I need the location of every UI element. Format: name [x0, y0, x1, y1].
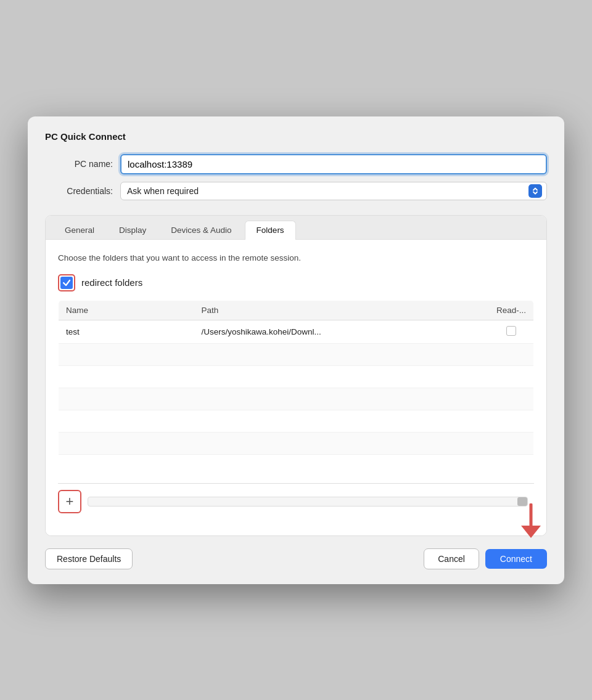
- pc-name-input[interactable]: [120, 154, 547, 174]
- plus-icon: +: [66, 495, 74, 508]
- tab-devices-audio[interactable]: Devices & Audio: [159, 221, 243, 239]
- redirect-folders-label: redirect folders: [81, 277, 142, 288]
- table-empty-row-1: [59, 343, 534, 365]
- tabs-bar: General Display Devices & Audio Folders: [46, 216, 546, 240]
- col-name: Name: [59, 300, 194, 320]
- restore-defaults-button[interactable]: Restore Defaults: [45, 548, 133, 569]
- add-folder-button[interactable]: +: [58, 490, 81, 513]
- scrollbar-thumb[interactable]: [517, 497, 527, 506]
- redirect-row: redirect folders: [58, 274, 534, 291]
- tab-folders[interactable]: Folders: [245, 221, 296, 240]
- table-empty-row-3: [59, 388, 534, 410]
- tabs-section: General Display Devices & Audio Folders …: [45, 215, 547, 536]
- table-empty-row-4: [59, 410, 534, 432]
- tab-general[interactable]: General: [53, 221, 106, 239]
- pc-name-row: PC name:: [45, 154, 547, 174]
- table-empty-row-5: [59, 432, 534, 454]
- checkbox-checked-icon: [60, 277, 73, 289]
- folder-path: /Users/yoshikawa.kohei/Downl...: [194, 320, 489, 343]
- folder-readonly[interactable]: [489, 320, 534, 343]
- credentials-row: Credentials: Ask when required Add User …: [45, 182, 547, 200]
- tab-display[interactable]: Display: [107, 221, 158, 239]
- credentials-label: Credentials:: [45, 186, 113, 196]
- table-row: test /Users/yoshikawa.kohei/Downl...: [59, 320, 534, 343]
- credentials-select-wrapper: Ask when required Add User Account...: [120, 182, 547, 200]
- table-toolbar: +: [58, 483, 534, 513]
- dialog-title: PC Quick Connect: [45, 131, 547, 142]
- col-path: Path: [194, 300, 489, 320]
- dialog: PC Quick Connect PC name: Credentials: A…: [28, 116, 564, 584]
- folders-tab-content: Choose the folders that you want to acce…: [46, 240, 546, 535]
- redirect-folders-checkbox[interactable]: [58, 274, 75, 291]
- dialog-footer: Restore Defaults Cancel Connect: [45, 548, 547, 569]
- readonly-checkbox[interactable]: [506, 326, 516, 336]
- folders-description: Choose the folders that you want to acce…: [58, 252, 534, 264]
- table-empty-row-2: [59, 365, 534, 388]
- cancel-button[interactable]: Cancel: [424, 548, 479, 569]
- col-readonly: Read-...: [489, 300, 534, 320]
- pc-name-label: PC name:: [45, 159, 113, 169]
- folder-name: test: [59, 320, 194, 343]
- folders-table: Name Path Read-... test /Users/yoshikawa…: [58, 300, 534, 477]
- credentials-select[interactable]: Ask when required Add User Account...: [120, 182, 547, 200]
- connect-button[interactable]: Connect: [485, 549, 547, 569]
- table-header-row: Name Path Read-...: [59, 300, 534, 320]
- connect-button-wrapper: Connect: [485, 549, 547, 569]
- horizontal-scrollbar[interactable]: [88, 497, 528, 507]
- table-empty-row-6: [59, 454, 534, 476]
